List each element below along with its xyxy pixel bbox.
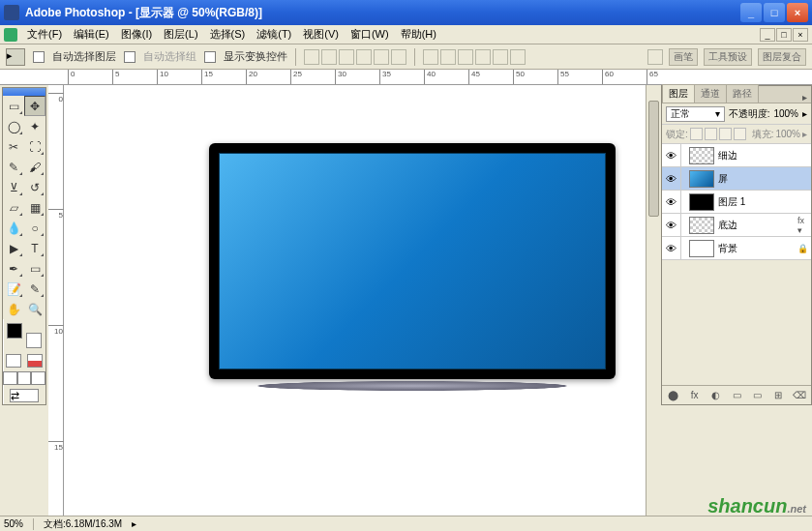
background-color[interactable] xyxy=(26,333,42,348)
slice-tool[interactable]: ⛶ xyxy=(24,136,45,157)
dock-tab-brushes[interactable]: 画笔 xyxy=(669,48,698,66)
visibility-icon[interactable]: 👁 xyxy=(662,167,681,191)
minimize-button[interactable]: _ xyxy=(740,3,762,22)
standard-mode[interactable] xyxy=(6,354,21,368)
visibility-icon[interactable]: 👁 xyxy=(662,237,681,260)
dist-right[interactable] xyxy=(510,49,526,65)
visibility-icon[interactable]: 👁 xyxy=(662,191,681,214)
mdi-restore[interactable]: □ xyxy=(776,28,792,42)
visibility-icon[interactable]: 👁 xyxy=(662,144,681,167)
palette-well-icon[interactable] xyxy=(647,49,663,65)
canvas-area[interactable] xyxy=(64,85,657,516)
align-right[interactable] xyxy=(391,49,406,65)
layer-name[interactable]: 细边 xyxy=(718,149,797,162)
layer-row[interactable]: 👁 图层 1 xyxy=(662,191,811,214)
history-brush-tool[interactable]: ↺ xyxy=(24,177,45,197)
doc-info-arrow[interactable]: ▸ xyxy=(132,518,136,529)
layer-thumbnail[interactable] xyxy=(689,240,714,257)
align-bottom[interactable] xyxy=(339,49,354,65)
screen-full[interactable] xyxy=(31,371,45,385)
document[interactable] xyxy=(64,85,657,516)
panel-menu-icon[interactable]: ▸ xyxy=(797,92,811,103)
align-vcenter[interactable] xyxy=(321,49,337,65)
zoom-tool[interactable]: 🔍 xyxy=(24,299,45,319)
visibility-icon[interactable]: 👁 xyxy=(662,214,681,237)
move-tool[interactable]: ✥ xyxy=(24,96,45,116)
lock-position[interactable] xyxy=(719,128,732,140)
path-selection-tool[interactable]: ▶ xyxy=(3,238,24,258)
dist-vcenter[interactable] xyxy=(440,49,456,65)
link-layers-icon[interactable]: ⬤ xyxy=(665,388,682,402)
lasso-tool[interactable]: ◯ xyxy=(3,116,24,136)
menu-filter[interactable]: 滤镜(T) xyxy=(251,26,297,43)
hand-tool[interactable]: ✋ xyxy=(3,299,24,319)
gradient-tool[interactable]: ▦ xyxy=(24,197,45,218)
notes-tool[interactable]: 📝 xyxy=(3,279,24,299)
type-tool[interactable]: T xyxy=(24,238,45,258)
layer-mask-icon[interactable]: ◐ xyxy=(707,388,724,402)
show-transform-checkbox[interactable] xyxy=(204,51,216,63)
screen-standard[interactable] xyxy=(3,371,17,385)
align-top[interactable] xyxy=(304,49,319,65)
crop-tool[interactable]: ✂ xyxy=(3,136,24,157)
menu-select[interactable]: 选择(S) xyxy=(204,26,252,43)
shape-tool[interactable]: ▭ xyxy=(24,258,45,279)
align-hcenter[interactable] xyxy=(374,49,389,65)
layer-row[interactable]: 👁 细边 xyxy=(662,144,811,167)
dock-tab-layercomps[interactable]: 图层复合 xyxy=(758,48,806,66)
layer-name[interactable]: 图层 1 xyxy=(718,195,797,209)
vertical-scrollbar[interactable] xyxy=(646,85,661,516)
menu-file[interactable]: 文件(F) xyxy=(21,26,68,43)
new-layer-icon[interactable]: ⊞ xyxy=(770,388,788,402)
layer-style-icon[interactable]: fx xyxy=(686,388,704,402)
magic-wand-tool[interactable]: ✦ xyxy=(24,116,45,136)
menu-layer[interactable]: 图层(L) xyxy=(158,26,203,43)
align-left[interactable] xyxy=(356,49,372,65)
scrollbar-thumb[interactable] xyxy=(648,101,659,217)
auto-select-layer-checkbox[interactable] xyxy=(33,51,45,63)
pen-tool[interactable]: ✒ xyxy=(3,258,24,279)
layers-panel[interactable]: 图层 通道 路径 ▸ 正常▾ 不透明度: 100%▸ 锁定: 填充: 100%▸… xyxy=(661,85,812,405)
menu-edit[interactable]: 编辑(E) xyxy=(68,26,115,43)
foreground-color[interactable] xyxy=(7,323,22,339)
tools-palette[interactable]: ▭ ✥ ◯ ✦ ✂ ⛶ ✎ 🖌 ⊻ ↺ ▱ ▦ 💧 ○ ▶ T ✒ ▭ 📝 ✎ … xyxy=(2,87,46,405)
tab-channels[interactable]: 通道 xyxy=(694,84,727,103)
layer-name[interactable]: 底边 xyxy=(718,219,797,232)
delete-layer-icon[interactable]: ⌫ xyxy=(791,388,808,402)
layer-thumbnail[interactable] xyxy=(689,147,714,164)
tab-paths[interactable]: 路径 xyxy=(726,84,759,103)
opacity-value[interactable]: 100% xyxy=(773,108,798,119)
zoom-level[interactable]: 50% xyxy=(4,518,23,529)
marquee-tool[interactable]: ▭ xyxy=(3,96,24,116)
layer-thumbnail[interactable] xyxy=(689,193,714,211)
doc-info[interactable]: 文档:6.18M/16.3M xyxy=(44,517,122,531)
dock-tab-toolpresets[interactable]: 工具预设 xyxy=(704,48,752,66)
clone-stamp-tool[interactable]: ⊻ xyxy=(3,177,24,197)
layer-row[interactable]: 👁 底边 fx ▾ xyxy=(662,214,811,237)
healing-brush-tool[interactable]: ✎ xyxy=(3,157,24,177)
new-group-icon[interactable]: ▭ xyxy=(749,388,767,402)
tab-layers[interactable]: 图层 xyxy=(662,84,695,103)
dist-hcenter[interactable] xyxy=(493,49,508,65)
menu-help[interactable]: 帮助(H) xyxy=(395,26,442,43)
mdi-close[interactable]: × xyxy=(793,28,808,42)
adjustment-layer-icon[interactable]: ▭ xyxy=(728,388,745,402)
lock-pixels[interactable] xyxy=(705,128,717,140)
brush-tool[interactable]: 🖌 xyxy=(24,157,45,177)
dist-bottom[interactable] xyxy=(458,49,473,65)
menu-view[interactable]: 视图(V) xyxy=(297,26,345,43)
eraser-tool[interactable]: ▱ xyxy=(3,197,24,218)
mdi-minimize[interactable]: _ xyxy=(760,28,775,42)
menu-window[interactable]: 窗口(W) xyxy=(345,26,395,43)
fill-value[interactable]: 100% xyxy=(775,129,800,139)
layer-name[interactable]: 背景 xyxy=(718,242,797,255)
close-button[interactable]: × xyxy=(787,3,808,22)
move-tool-icon[interactable]: ▸ xyxy=(6,48,25,66)
dodge-tool[interactable]: ○ xyxy=(24,218,45,238)
blend-mode-select[interactable]: 正常▾ xyxy=(666,106,725,122)
layer-name[interactable]: 屏 xyxy=(718,172,797,186)
lock-all[interactable] xyxy=(734,128,746,140)
layer-thumbnail[interactable] xyxy=(689,217,714,234)
blur-tool[interactable]: 💧 xyxy=(3,218,24,238)
jump-imageready[interactable]: ⇄ xyxy=(10,389,39,402)
